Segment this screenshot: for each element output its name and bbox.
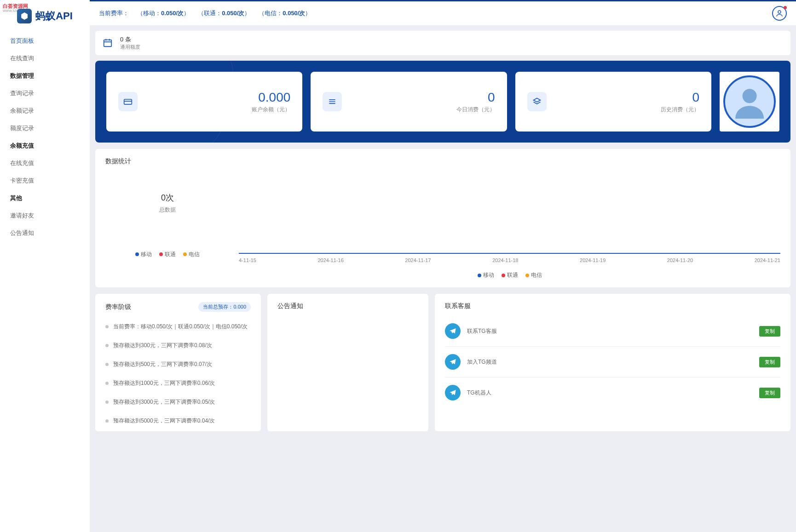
- telegram-icon: [445, 354, 461, 370]
- stat-today: 0今日消费（元）: [311, 72, 507, 132]
- notice-title: 公告通知: [277, 302, 418, 310]
- tier-item: 当前费率：移动0.050/次｜联通0.050/次｜电信0.050/次: [105, 317, 251, 336]
- nav-invite[interactable]: 邀请好友: [0, 207, 90, 224]
- svg-point-11: [743, 89, 757, 103]
- nav-notice[interactable]: 公告通知: [0, 224, 90, 242]
- stats-hero: 0.000账户余额（元） 0今日消费（元） 0历史消费（元）: [95, 61, 790, 143]
- tier-panel: 费率阶级 当前总预存：0.000 当前费率：移动0.050/次｜联通0.050/…: [95, 294, 261, 431]
- shield-icon: [17, 9, 32, 23]
- contact-label: 联系TG客服: [467, 327, 753, 335]
- telegram-icon: [445, 385, 461, 400]
- rate-label: 当前费率：: [99, 9, 129, 17]
- nav-online-query[interactable]: 在线查询: [0, 50, 90, 67]
- user-icon: [775, 9, 784, 17]
- nav-card-recharge[interactable]: 卡密充值: [0, 172, 90, 189]
- stat-balance-label: 账户余额（元）: [146, 106, 290, 114]
- chart-x-axis: 4-11-15 2024-11-16 2024-11-17 2024-11-18…: [239, 257, 780, 263]
- chart-title: 数据统计: [105, 157, 780, 166]
- chart-panel: 数据统计 0次 总数据 移动 联通 电信 4-11-: [95, 149, 790, 287]
- sidebar: 白荟资源网 WWW.52BYW.CN 蚂蚁API 首页面板 在线查询 数据管理 …: [0, 0, 90, 532]
- tier-item: 预存额达到300元，三网下调费率0.08/次: [105, 336, 251, 355]
- contact-item: TG机器人 复制: [445, 378, 780, 408]
- topbar: 当前费率： （移动：0.050/次） （联通：0.050/次） （电信：0.05…: [90, 0, 796, 25]
- stat-today-value: 0: [350, 90, 495, 105]
- rate-unicom: （联通：0.050/次）: [198, 9, 250, 17]
- logo: 蚂蚁API: [0, 0, 90, 32]
- rate-telecom: （电信：0.050/次）: [259, 9, 311, 17]
- chart-legend-left: 移动 联通 电信: [135, 251, 200, 258]
- tier-badge: 当前总预存：0.000: [198, 302, 251, 312]
- notice-panel: 公告通知: [267, 294, 428, 431]
- svg-marker-10: [533, 98, 540, 102]
- card-icon: [118, 92, 138, 111]
- chart-area[interactable]: [239, 171, 780, 254]
- calendar-icon: [103, 38, 114, 49]
- nav-section-recharge: 余额充值: [0, 137, 90, 154]
- nav-section-other: 其他: [0, 189, 90, 207]
- svg-rect-5: [124, 99, 132, 104]
- nav-section-data: 数据管理: [0, 67, 90, 85]
- tier-item: 预存额达到3000元，三网下调费率0.05/次: [105, 393, 251, 412]
- svg-rect-1: [104, 40, 112, 46]
- svg-point-0: [778, 11, 781, 13]
- quota-label: 通用额度: [120, 44, 140, 51]
- stat-history-label: 历史消费（元）: [555, 106, 699, 114]
- contact-panel: 联系客服 联系TG客服 复制 加入TG频道 复制 TG机器人 复制: [435, 294, 790, 431]
- quota-card: 0 条 通用额度: [95, 31, 790, 55]
- nav-online-recharge[interactable]: 在线充值: [0, 154, 90, 172]
- copy-button[interactable]: 复制: [759, 357, 780, 367]
- stat-balance: 0.000账户余额（元）: [106, 72, 302, 132]
- chart-total-value: 0次: [161, 192, 174, 203]
- tier-title: 费率阶级: [105, 303, 131, 311]
- logo-text: 蚂蚁API: [35, 9, 73, 23]
- person-icon: [733, 85, 767, 119]
- contact-item: 加入TG频道 复制: [445, 347, 780, 378]
- chart-total-label: 总数据: [159, 206, 176, 214]
- layers-icon: [527, 92, 547, 111]
- tier-list[interactable]: 当前费率：移动0.050/次｜联通0.050/次｜电信0.050/次 预存额达到…: [105, 317, 251, 423]
- rate-info: 当前费率： （移动：0.050/次） （联通：0.050/次） （电信：0.05…: [99, 9, 311, 17]
- stat-balance-value: 0.000: [146, 90, 290, 105]
- profile-avatar: [720, 72, 779, 132]
- menu-icon: [323, 92, 342, 111]
- copy-button[interactable]: 复制: [759, 326, 780, 337]
- chart-legend-bottom: 移动 联通 电信: [239, 271, 780, 279]
- rate-mobile: （移动：0.050/次）: [137, 9, 190, 17]
- tier-item: 预存额达到1000元，三网下调费率0.06/次: [105, 374, 251, 393]
- nav-balance-records[interactable]: 余额记录: [0, 102, 90, 120]
- nav-query-records[interactable]: 查询记录: [0, 85, 90, 102]
- copy-button[interactable]: 复制: [759, 388, 780, 398]
- nav-quota-records[interactable]: 额度记录: [0, 120, 90, 137]
- tier-item: 预存额达到5000元，三网下调费率0.04/次: [105, 412, 251, 423]
- nav-dashboard[interactable]: 首页面板: [0, 32, 90, 50]
- contact-item: 联系TG客服 复制: [445, 316, 780, 347]
- tier-item: 预存额达到500元，三网下调费率0.07/次: [105, 355, 251, 374]
- telegram-icon: [445, 323, 461, 339]
- contact-title: 联系客服: [445, 302, 780, 310]
- contact-label: 加入TG频道: [467, 358, 753, 366]
- contact-label: TG机器人: [467, 389, 753, 397]
- stat-history-value: 0: [555, 90, 699, 105]
- stat-today-label: 今日消费（元）: [350, 106, 495, 114]
- user-avatar-button[interactable]: [772, 6, 787, 21]
- quota-value: 0 条: [120, 35, 140, 44]
- stat-history: 0历史消费（元）: [515, 72, 711, 132]
